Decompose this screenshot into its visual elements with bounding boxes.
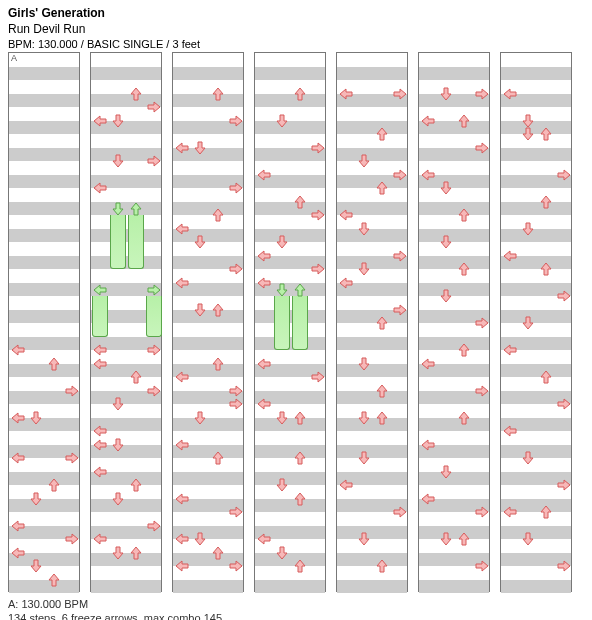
arrow-down-icon <box>274 113 290 129</box>
arrow-down-icon <box>274 234 290 250</box>
arrow-down-icon <box>356 531 372 547</box>
arrow-left-icon <box>420 491 436 507</box>
arrow-right-icon <box>228 113 244 129</box>
arrow-down-icon <box>110 153 126 169</box>
arrow-right-icon <box>474 140 490 156</box>
arrow-down-icon <box>28 410 44 426</box>
arrow-up-icon <box>456 342 472 358</box>
arrow-down-icon <box>274 410 290 426</box>
arrow-up-icon <box>538 369 554 385</box>
arrow-right-icon <box>556 477 572 493</box>
arrow-right-icon <box>392 248 408 264</box>
arrow-down-icon <box>192 140 208 156</box>
arrow-up-icon <box>128 369 144 385</box>
arrow-left-icon <box>256 167 272 183</box>
arrow-up-icon <box>538 261 554 277</box>
arrow-up-icon <box>292 410 308 426</box>
arrow-right-icon <box>556 288 572 304</box>
arrow-right-icon <box>310 261 326 277</box>
arrow-right-icon <box>228 504 244 520</box>
arrow-up-icon <box>456 207 472 223</box>
freeze-arrow <box>110 215 126 269</box>
chart-meta: BPM: 130.000 / BASIC SINGLE / 3 feet <box>8 38 584 50</box>
arrow-down-icon <box>438 86 454 102</box>
arrow-up-icon <box>46 572 62 588</box>
arrow-right-icon <box>310 207 326 223</box>
arrow-left-icon <box>256 356 272 372</box>
arrow-down-icon <box>438 180 454 196</box>
arrow-up-icon <box>210 450 226 466</box>
arrow-left-icon <box>502 342 518 358</box>
arrow-up-icon <box>128 545 144 561</box>
arrow-right-icon <box>392 86 408 102</box>
arrow-left-icon <box>174 140 190 156</box>
arrow-left-icon <box>420 356 436 372</box>
arrow-up-icon <box>292 450 308 466</box>
arrow-right-icon <box>556 167 572 183</box>
arrow-right-icon <box>64 383 80 399</box>
arrow-right-icon <box>228 396 244 412</box>
arrow-left-icon <box>502 86 518 102</box>
arrow-up-icon <box>374 410 390 426</box>
stats-line: 134 steps, 6 freeze arrows, max combo 14… <box>8 612 584 620</box>
arrow-left-icon <box>92 464 108 480</box>
arrow-down-icon <box>356 410 372 426</box>
freeze-arrow <box>292 296 308 350</box>
arrow-up-icon <box>456 261 472 277</box>
arrow-up-icon <box>374 315 390 331</box>
arrow-right-icon <box>146 518 162 534</box>
chart-column <box>172 52 244 592</box>
arrow-left-icon <box>502 423 518 439</box>
arrow-left-icon <box>174 275 190 291</box>
freeze-arrow <box>274 296 290 350</box>
arrow-up-icon <box>292 491 308 507</box>
arrow-left-icon <box>92 437 108 453</box>
arrow-right-icon <box>64 450 80 466</box>
chart-column <box>336 52 408 592</box>
arrow-right-icon <box>392 504 408 520</box>
arrow-right-icon <box>146 153 162 169</box>
arrow-up-icon <box>374 180 390 196</box>
arrow-down-icon <box>28 558 44 574</box>
arrow-left-icon <box>502 504 518 520</box>
arrow-left-icon <box>10 450 26 466</box>
arrow-left-icon <box>338 86 354 102</box>
arrow-down-icon <box>520 221 536 237</box>
arrow-down-icon <box>356 356 372 372</box>
arrow-down-icon <box>520 126 536 142</box>
arrow-right-icon <box>392 302 408 318</box>
arrow-down-icon <box>192 410 208 426</box>
arrow-left-icon <box>174 221 190 237</box>
arrow-down-icon <box>110 113 126 129</box>
artist-name: Girls' Generation <box>8 6 584 20</box>
arrow-right-icon <box>146 383 162 399</box>
arrow-down-icon <box>192 531 208 547</box>
arrow-left-icon <box>338 477 354 493</box>
arrow-down-icon <box>274 545 290 561</box>
arrow-right-icon <box>310 140 326 156</box>
arrow-down-icon <box>356 221 372 237</box>
arrow-right-icon <box>556 396 572 412</box>
arrow-down-icon <box>438 288 454 304</box>
arrow-up-icon <box>46 477 62 493</box>
arrow-left-icon <box>92 113 108 129</box>
arrow-up-icon <box>128 86 144 102</box>
arrow-left-icon <box>256 275 272 291</box>
arrow-up-icon <box>292 194 308 210</box>
chart-column: A <box>8 52 80 592</box>
arrow-down-icon <box>110 491 126 507</box>
arrow-right-icon <box>474 383 490 399</box>
arrow-left-icon <box>174 491 190 507</box>
arrow-right-icon <box>228 180 244 196</box>
arrow-down-icon <box>110 545 126 561</box>
arrow-left-icon <box>420 113 436 129</box>
arrow-left-icon <box>502 248 518 264</box>
arrow-right-icon <box>474 504 490 520</box>
arrow-up-icon <box>292 86 308 102</box>
chart-column <box>500 52 572 592</box>
arrow-up-icon <box>538 126 554 142</box>
arrow-down-icon <box>274 477 290 493</box>
arrow-up-icon <box>210 207 226 223</box>
arrow-down-icon <box>192 234 208 250</box>
arrow-up-icon <box>456 410 472 426</box>
